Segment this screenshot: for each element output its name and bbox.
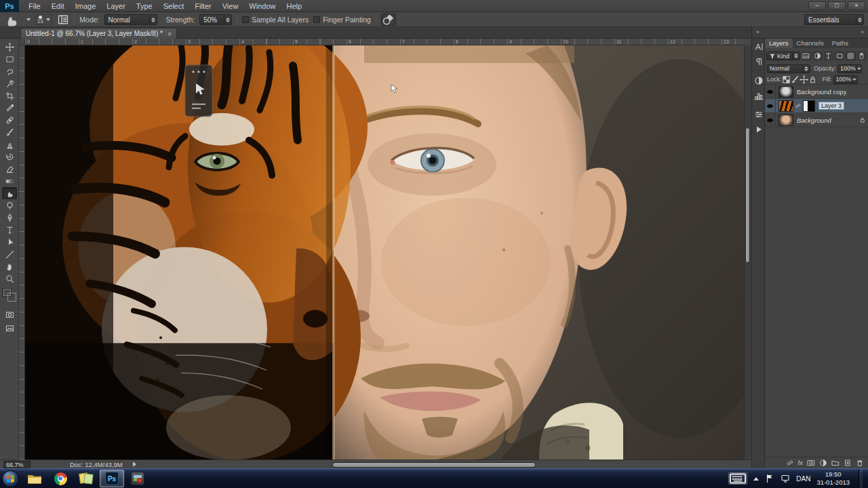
history-tool[interactable] bbox=[2, 150, 17, 163]
menu-help[interactable]: Help bbox=[281, 0, 307, 12]
fill-value[interactable]: 100% bbox=[833, 75, 858, 84]
taskbar-photoshop[interactable]: Ps bbox=[100, 470, 124, 487]
eyedropper-tool[interactable] bbox=[2, 102, 17, 114]
menu-window[interactable]: Window bbox=[243, 0, 281, 12]
menu-select[interactable]: Select bbox=[158, 0, 190, 12]
eraser-tool[interactable] bbox=[2, 163, 17, 175]
new-layer-icon[interactable] bbox=[844, 459, 852, 467]
brush-tool[interactable] bbox=[2, 126, 17, 138]
vertical-scrollbar-thumb[interactable] bbox=[745, 127, 750, 263]
workspace-switcher[interactable]: Essentials bbox=[804, 14, 864, 25]
layer-thumbnail[interactable] bbox=[778, 115, 793, 126]
gradient-tool[interactable] bbox=[2, 175, 17, 187]
link-layers-icon[interactable] bbox=[786, 459, 794, 467]
collapse-panels-icon[interactable]: « bbox=[756, 28, 760, 35]
layer-visibility-toggle[interactable] bbox=[765, 99, 776, 113]
layer-name[interactable]: Background copy bbox=[797, 88, 846, 96]
shape-tool[interactable] bbox=[2, 248, 17, 260]
opacity-value[interactable]: 100% bbox=[837, 64, 862, 73]
new-group-icon[interactable] bbox=[831, 459, 840, 467]
toggle-brush-panel-icon[interactable] bbox=[57, 14, 69, 25]
menu-edit[interactable]: Edit bbox=[46, 0, 70, 12]
wand-tool[interactable] bbox=[2, 77, 17, 89]
blend-mode-select[interactable]: Normal bbox=[767, 64, 810, 73]
menu-layer[interactable]: Layer bbox=[101, 0, 131, 12]
current-tool-icon[interactable] bbox=[3, 14, 20, 26]
heal-tool[interactable] bbox=[2, 114, 17, 126]
character-panel-icon[interactable] bbox=[753, 41, 764, 52]
minimize-button[interactable]: – bbox=[808, 1, 826, 10]
filter-adjustment-layers-icon[interactable] bbox=[812, 52, 822, 60]
action-center-flag-icon[interactable] bbox=[765, 474, 774, 483]
show-desktop-button[interactable] bbox=[859, 469, 863, 488]
filter-type-layers-icon[interactable] bbox=[824, 52, 833, 60]
menu-image[interactable]: Image bbox=[70, 0, 102, 12]
finger-painting-checkbox[interactable]: Finger Painting bbox=[313, 16, 371, 24]
network-icon[interactable] bbox=[781, 474, 790, 483]
document-tab[interactable]: Untitled-1 @ 66.7% (Layer 3, Layer Mask/… bbox=[20, 28, 177, 39]
start-button[interactable] bbox=[2, 470, 19, 487]
add-layer-mask-icon[interactable] bbox=[807, 459, 815, 467]
histogram-panel-icon[interactable] bbox=[753, 90, 764, 101]
sample-all-layers-checkbox[interactable]: Sample All Layers bbox=[242, 16, 309, 24]
adjustments-panel-icon[interactable] bbox=[753, 75, 764, 86]
filter-shape-layers-icon[interactable] bbox=[835, 52, 844, 60]
quick-mask-button[interactable] bbox=[2, 308, 17, 321]
layer-style-icon[interactable]: fx bbox=[798, 459, 803, 466]
restore-button[interactable]: □ bbox=[828, 1, 846, 10]
properties-panel-icon[interactable] bbox=[753, 109, 764, 120]
menu-filter[interactable]: Filter bbox=[189, 0, 216, 12]
filtering-toggle-icon[interactable] bbox=[857, 52, 867, 60]
close-button[interactable]: × bbox=[848, 1, 865, 10]
hand-tool[interactable] bbox=[2, 260, 17, 272]
status-popup-arrow[interactable] bbox=[133, 462, 136, 467]
lock-pixels-icon[interactable] bbox=[791, 75, 800, 84]
language-indicator[interactable]: DAN bbox=[796, 475, 810, 483]
tab-close-icon[interactable]: × bbox=[167, 30, 172, 38]
new-adjustment-layer-icon[interactable] bbox=[819, 459, 827, 467]
layer-row[interactable]: Background copy bbox=[765, 85, 868, 99]
layer-filter-kind-select[interactable]: Kind bbox=[766, 52, 800, 60]
tablet-pressure-button[interactable] bbox=[381, 14, 396, 26]
mode-select[interactable]: Normal bbox=[104, 14, 157, 25]
image-canvas[interactable] bbox=[25, 45, 744, 460]
layer-thumbnail[interactable] bbox=[778, 86, 793, 98]
tab-layers[interactable]: Layers bbox=[765, 39, 793, 48]
clock[interactable]: 19:50 31-01-2013 bbox=[816, 470, 850, 487]
screen-mode-button[interactable] bbox=[2, 322, 17, 334]
tool-preset-arrow[interactable] bbox=[26, 18, 31, 21]
pathsel-tool[interactable] bbox=[2, 236, 17, 248]
lasso-tool[interactable] bbox=[2, 65, 17, 77]
layer-row[interactable]: Layer 3 bbox=[765, 99, 868, 113]
lock-all-icon[interactable] bbox=[808, 75, 817, 84]
type-tool[interactable] bbox=[2, 224, 17, 236]
color-swatches[interactable] bbox=[3, 288, 17, 302]
marquee-tool[interactable] bbox=[2, 53, 17, 65]
zoom-tool[interactable] bbox=[2, 272, 17, 285]
filter-pixel-layers-icon[interactable] bbox=[802, 52, 811, 60]
pen-tool[interactable] bbox=[2, 211, 17, 224]
actions-panel-icon[interactable] bbox=[753, 124, 764, 135]
taskbar-explorer[interactable] bbox=[22, 470, 47, 487]
touch-keyboard-icon[interactable] bbox=[728, 472, 747, 485]
paragraph-panel-icon[interactable] bbox=[753, 56, 764, 67]
taskbar-notes[interactable] bbox=[74, 470, 98, 487]
horizontal-scrollbar-thumb[interactable] bbox=[332, 462, 536, 468]
crop-tool[interactable] bbox=[2, 89, 17, 102]
tab-channels[interactable]: Channels bbox=[793, 39, 828, 48]
layer-thumbnail[interactable] bbox=[778, 100, 793, 112]
lock-transparency-icon[interactable] bbox=[782, 75, 791, 84]
stamp-tool[interactable] bbox=[2, 138, 17, 150]
hidden-icons-arrow[interactable] bbox=[753, 477, 759, 481]
expand-panels-icon[interactable]: » bbox=[861, 28, 864, 35]
brush-preset-picker[interactable]: 13 bbox=[35, 14, 52, 26]
layer-row[interactable]: Background bbox=[765, 113, 868, 127]
tab-paths[interactable]: Paths bbox=[828, 39, 852, 48]
strength-select[interactable]: 50% bbox=[199, 14, 232, 25]
menu-view[interactable]: View bbox=[217, 0, 244, 12]
menu-type[interactable]: Type bbox=[131, 0, 158, 12]
filter-smart-objects-icon[interactable] bbox=[846, 52, 855, 60]
menu-file[interactable]: File bbox=[23, 0, 46, 12]
layer-name[interactable]: Background bbox=[797, 117, 831, 124]
layer-name[interactable]: Layer 3 bbox=[818, 102, 844, 110]
